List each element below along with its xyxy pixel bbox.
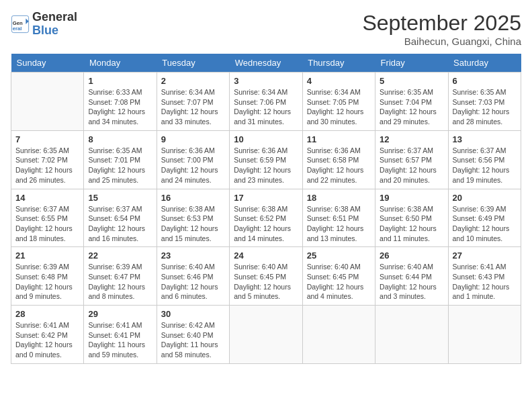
day-info: Sunrise: 6:36 AMSunset: 7:00 PMDaylight:…: [161, 146, 225, 185]
day-info: Sunrise: 6:35 AMSunset: 7:04 PMDaylight:…: [380, 87, 443, 127]
day-info: Sunrise: 6:38 AMSunset: 6:52 PMDaylight:…: [234, 204, 298, 244]
calendar-week-1: 1Sunrise: 6:33 AMSunset: 7:08 PMDaylight…: [11, 73, 521, 131]
day-number: 11: [307, 134, 371, 144]
day-header-wednesday: Wednesday: [230, 54, 302, 73]
logo: Gen eral General Blue: [11, 11, 77, 38]
day-number: 17: [234, 193, 298, 203]
day-number: 7: [15, 134, 79, 144]
day-number: 29: [88, 309, 152, 319]
logo-icon: Gen eral: [11, 15, 30, 34]
calendar-cell: 5Sunrise: 6:35 AMSunset: 7:04 PMDaylight…: [375, 73, 448, 131]
day-number: 16: [161, 193, 225, 203]
title-block: September 2025 Baihecun, Guangxi, China: [362, 11, 521, 47]
calendar-cell: [375, 306, 448, 364]
calendar-cell: 3Sunrise: 6:34 AMSunset: 7:06 PMDaylight…: [230, 73, 302, 131]
day-info: Sunrise: 6:39 AMSunset: 6:49 PMDaylight:…: [453, 204, 517, 244]
day-number: 3: [234, 76, 298, 86]
day-number: 8: [88, 134, 152, 144]
day-number: 18: [307, 193, 371, 203]
day-number: 26: [380, 250, 443, 261]
calendar-cell: 14Sunrise: 6:37 AMSunset: 6:55 PMDayligh…: [11, 189, 84, 247]
day-info: Sunrise: 6:41 AMSunset: 6:41 PMDaylight:…: [88, 320, 152, 360]
calendar-cell: 11Sunrise: 6:36 AMSunset: 6:58 PMDayligh…: [302, 130, 375, 189]
calendar-week-2: 7Sunrise: 6:35 AMSunset: 7:02 PMDaylight…: [11, 130, 521, 189]
calendar-week-3: 14Sunrise: 6:37 AMSunset: 6:55 PMDayligh…: [11, 189, 521, 247]
svg-text:eral: eral: [13, 26, 22, 32]
day-number: 19: [380, 193, 443, 203]
day-info: Sunrise: 6:38 AMSunset: 6:50 PMDaylight:…: [380, 204, 443, 244]
calendar-week-4: 21Sunrise: 6:39 AMSunset: 6:48 PMDayligh…: [11, 247, 521, 306]
calendar-cell: 30Sunrise: 6:42 AMSunset: 6:40 PMDayligh…: [157, 306, 229, 364]
calendar-table: SundayMondayTuesdayWednesdayThursdayFrid…: [11, 54, 521, 364]
day-info: Sunrise: 6:35 AMSunset: 7:01 PMDaylight:…: [88, 146, 152, 185]
calendar-cell: 18Sunrise: 6:38 AMSunset: 6:51 PMDayligh…: [302, 189, 375, 247]
day-info: Sunrise: 6:34 AMSunset: 7:05 PMDaylight:…: [307, 87, 371, 127]
day-info: Sunrise: 6:33 AMSunset: 7:08 PMDaylight:…: [88, 87, 152, 127]
day-number: 24: [234, 250, 298, 261]
day-info: Sunrise: 6:40 AMSunset: 6:45 PMDaylight:…: [234, 262, 298, 302]
day-number: 2: [161, 76, 225, 86]
logo-general-text: General: [32, 11, 77, 24]
day-info: Sunrise: 6:36 AMSunset: 6:59 PMDaylight:…: [234, 146, 298, 185]
day-number: 23: [161, 250, 225, 261]
day-header-friday: Friday: [375, 54, 448, 73]
calendar-cell: [230, 306, 302, 364]
calendar-cell: 4Sunrise: 6:34 AMSunset: 7:05 PMDaylight…: [302, 73, 375, 131]
day-number: 30: [161, 309, 225, 319]
day-info: Sunrise: 6:35 AMSunset: 7:03 PMDaylight:…: [453, 87, 517, 127]
calendar-cell: 26Sunrise: 6:40 AMSunset: 6:44 PMDayligh…: [375, 247, 448, 306]
day-number: 5: [380, 76, 443, 86]
day-header-saturday: Saturday: [448, 54, 521, 73]
day-number: 9: [161, 134, 225, 144]
day-number: 4: [307, 76, 371, 86]
day-number: 13: [453, 134, 517, 144]
day-number: 27: [453, 250, 517, 261]
calendar-cell: 9Sunrise: 6:36 AMSunset: 7:00 PMDaylight…: [157, 130, 229, 189]
day-info: Sunrise: 6:36 AMSunset: 6:58 PMDaylight:…: [307, 146, 371, 185]
calendar-cell: 29Sunrise: 6:41 AMSunset: 6:41 PMDayligh…: [84, 306, 157, 364]
calendar-cell: 7Sunrise: 6:35 AMSunset: 7:02 PMDaylight…: [11, 130, 84, 189]
day-info: Sunrise: 6:41 AMSunset: 6:43 PMDaylight:…: [453, 262, 517, 302]
day-number: 20: [453, 193, 517, 203]
calendar-cell: 10Sunrise: 6:36 AMSunset: 6:59 PMDayligh…: [230, 130, 302, 189]
calendar-cell: 24Sunrise: 6:40 AMSunset: 6:45 PMDayligh…: [230, 247, 302, 306]
day-info: Sunrise: 6:38 AMSunset: 6:53 PMDaylight:…: [161, 204, 225, 244]
day-info: Sunrise: 6:39 AMSunset: 6:47 PMDaylight:…: [88, 262, 152, 302]
calendar-cell: 6Sunrise: 6:35 AMSunset: 7:03 PMDaylight…: [448, 73, 521, 131]
calendar-cell: [448, 306, 521, 364]
calendar-cell: 20Sunrise: 6:39 AMSunset: 6:49 PMDayligh…: [448, 189, 521, 247]
calendar-cell: 22Sunrise: 6:39 AMSunset: 6:47 PMDayligh…: [84, 247, 157, 306]
day-info: Sunrise: 6:41 AMSunset: 6:42 PMDaylight:…: [15, 320, 79, 360]
day-number: 6: [453, 76, 517, 86]
calendar-cell: [11, 73, 84, 131]
day-info: Sunrise: 6:35 AMSunset: 7:02 PMDaylight:…: [15, 146, 79, 185]
days-header-row: SundayMondayTuesdayWednesdayThursdayFrid…: [11, 54, 521, 73]
calendar-cell: 15Sunrise: 6:37 AMSunset: 6:54 PMDayligh…: [84, 189, 157, 247]
day-number: 22: [88, 250, 152, 261]
calendar-cell: 23Sunrise: 6:40 AMSunset: 6:46 PMDayligh…: [157, 247, 229, 306]
calendar-week-5: 28Sunrise: 6:41 AMSunset: 6:42 PMDayligh…: [11, 306, 521, 364]
calendar-cell: 13Sunrise: 6:37 AMSunset: 6:56 PMDayligh…: [448, 130, 521, 189]
day-header-thursday: Thursday: [302, 54, 375, 73]
calendar-cell: 19Sunrise: 6:38 AMSunset: 6:50 PMDayligh…: [375, 189, 448, 247]
day-info: Sunrise: 6:42 AMSunset: 6:40 PMDaylight:…: [161, 320, 225, 360]
day-info: Sunrise: 6:40 AMSunset: 6:46 PMDaylight:…: [161, 262, 225, 302]
day-info: Sunrise: 6:40 AMSunset: 6:44 PMDaylight:…: [380, 262, 443, 302]
day-info: Sunrise: 6:37 AMSunset: 6:54 PMDaylight:…: [88, 204, 152, 244]
month-title: September 2025: [362, 11, 521, 36]
calendar-cell: 16Sunrise: 6:38 AMSunset: 6:53 PMDayligh…: [157, 189, 229, 247]
calendar-cell: 21Sunrise: 6:39 AMSunset: 6:48 PMDayligh…: [11, 247, 84, 306]
day-info: Sunrise: 6:38 AMSunset: 6:51 PMDaylight:…: [307, 204, 371, 244]
calendar-cell: 27Sunrise: 6:41 AMSunset: 6:43 PMDayligh…: [448, 247, 521, 306]
calendar-cell: [302, 306, 375, 364]
day-header-sunday: Sunday: [11, 54, 84, 73]
calendar-cell: 28Sunrise: 6:41 AMSunset: 6:42 PMDayligh…: [11, 306, 84, 364]
day-number: 15: [88, 193, 152, 203]
location: Baihecun, Guangxi, China: [362, 36, 521, 47]
day-info: Sunrise: 6:37 AMSunset: 6:55 PMDaylight:…: [15, 204, 79, 244]
day-number: 28: [15, 309, 79, 319]
day-info: Sunrise: 6:39 AMSunset: 6:48 PMDaylight:…: [15, 262, 79, 302]
day-number: 1: [88, 76, 152, 86]
day-info: Sunrise: 6:37 AMSunset: 6:56 PMDaylight:…: [453, 146, 517, 185]
day-info: Sunrise: 6:40 AMSunset: 6:45 PMDaylight:…: [307, 262, 371, 302]
